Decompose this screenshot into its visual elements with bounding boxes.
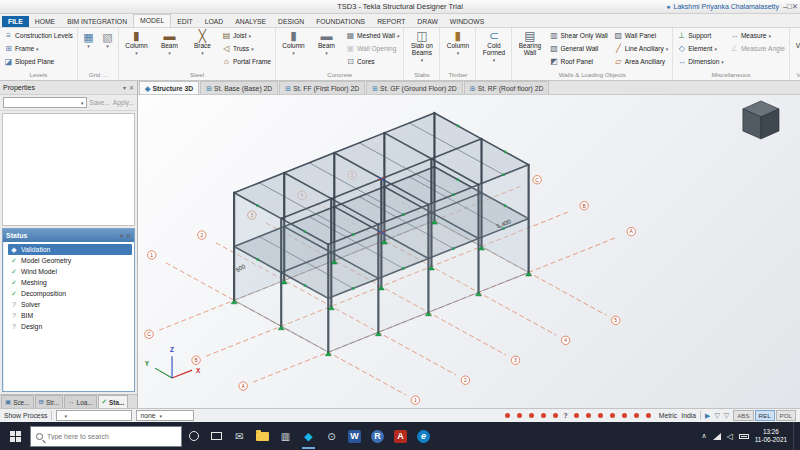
view-tab-structure-3d[interactable]: ◈Structure 3D (139, 81, 199, 94)
store-button[interactable]: ▥ (274, 422, 297, 450)
ribbon-tab-model[interactable]: MODEL (133, 14, 171, 27)
support-button[interactable]: ⊥Support (675, 29, 726, 42)
beam-button[interactable]: ▬Beam▾ (311, 29, 342, 56)
apply-button[interactable]: Apply... (113, 99, 134, 106)
ribbon-tab-load[interactable]: LOAD (199, 16, 230, 27)
panel-tab-loa[interactable]: →Loa... (64, 395, 97, 408)
ribbon-tab-file[interactable]: FILE (2, 16, 29, 27)
view-tab-st-base-base-2d[interactable]: ⊞St. Base (Base) 2D (200, 81, 278, 94)
save-button[interactable]: Save... (90, 99, 110, 106)
column-button[interactable]: ▮Column▾ (442, 29, 473, 56)
tray-expand-icon[interactable]: ∧ (702, 432, 707, 440)
filter-icon[interactable]: ▽ (724, 412, 729, 419)
chevron-down-icon[interactable]: ▾ (123, 85, 126, 91)
acrobat-button[interactable]: A (389, 422, 412, 450)
status-item-meshing[interactable]: ✓Meshing (8, 277, 132, 288)
search-input[interactable] (47, 433, 176, 440)
joist-button[interactable]: ▤Joist▾ (220, 29, 273, 42)
ribbon-tab-bim-integration[interactable]: BIM INTEGRATION (61, 16, 133, 27)
close-icon[interactable]: ✕ (126, 233, 131, 239)
shear-only-wall-button[interactable]: ▥Shear Only Wall (547, 29, 609, 42)
view-tab-st-ff-first-floor-2d[interactable]: ⊞St. FF (First Floor) 2D (279, 81, 365, 94)
general-wall-button[interactable]: ▧General Wall (547, 42, 609, 55)
element-button[interactable]: ◇Element▾ (675, 42, 726, 55)
network-icon[interactable] (713, 433, 721, 440)
view-cube[interactable] (743, 101, 779, 139)
status-window-header[interactable]: Status ▾✕ (3, 229, 134, 242)
status-item-wind-model[interactable]: ✓Wind Model (8, 266, 132, 277)
volume-icon[interactable]: ◁ (727, 432, 733, 441)
view-tab-st-gf-ground-floor-2d[interactable]: ⊞St. GF (Ground Floor) 2D (366, 81, 463, 94)
taskbar-search[interactable] (30, 426, 182, 447)
r-studio-button[interactable]: R (366, 422, 389, 450)
slab-on-beams-button[interactable]: ◫Slab on Beams▾ (406, 29, 437, 63)
dimension-button[interactable]: ↔Dimension▾ (675, 55, 726, 68)
grid-button[interactable]: ▦▾ (80, 29, 97, 49)
brace-button[interactable]: ╳Brace▾ (187, 29, 218, 56)
word-button[interactable]: W (343, 422, 366, 450)
cores-button[interactable]: ⊡Cores (344, 55, 401, 68)
ribbon-tab-draw[interactable]: DRAW (411, 16, 444, 27)
panel-tab-str[interactable]: ⊞Str... (35, 395, 64, 408)
line-ancillary-button[interactable]: ╱Line Ancillary▾ (612, 42, 670, 55)
help-button[interactable]: ? (562, 412, 570, 419)
coord-mode-pol[interactable]: POL (776, 410, 796, 421)
roof-panel-button[interactable]: ◩Roof Panel (547, 55, 609, 68)
cortana-button[interactable] (182, 422, 205, 450)
status-item-design[interactable]: ?Design (8, 321, 132, 332)
process-level-combo[interactable]: none (136, 410, 194, 421)
show-desktop-button[interactable] (793, 422, 798, 450)
frame-button[interactable]: ⊞Frame▾ (2, 42, 75, 55)
view-tab-st-rf-roof-floor-2d[interactable]: ⊞St. RF (Roof floor) 2D (464, 81, 550, 94)
truss-button[interactable]: ◁Truss▾ (220, 42, 273, 55)
close-button[interactable]: ✕ (792, 2, 798, 11)
dxf-button[interactable]: ▧▾ (99, 29, 116, 49)
ribbon-tab-report[interactable]: REPORT (371, 16, 411, 27)
meshed-wall-button[interactable]: ▦Meshed Wall▾ (344, 29, 401, 42)
chevron-down-icon[interactable]: ▾ (120, 233, 123, 239)
column-button[interactable]: ▮Column▾ (278, 29, 309, 56)
construction-levels-button[interactable]: ≡Construction Levels (2, 29, 75, 42)
ribbon-tab-design[interactable]: DESIGN (272, 16, 310, 27)
wall-panel-button[interactable]: ▨Wall Panel (612, 29, 670, 42)
taskbar-clock[interactable]: 13:26 11-06-2021 (755, 428, 787, 445)
portal-frame-button[interactable]: ⌂Portal Frame (220, 55, 273, 68)
process-filter-combo[interactable] (56, 410, 132, 421)
status-item-validation[interactable]: ◆Validation (8, 244, 132, 255)
properties-preset-combo[interactable] (3, 97, 87, 108)
status-item-bim[interactable]: ?BIM (8, 310, 132, 321)
ribbon-tab-foundations[interactable]: FOUNDATIONS (310, 16, 371, 27)
close-icon[interactable]: ✕ (129, 85, 134, 91)
model-scene[interactable]: 1122334455AABBCC5.400500XYZ (138, 95, 800, 408)
area-ancillary-button[interactable]: ▱Area Ancillary (612, 55, 670, 68)
filter-icon[interactable]: ▽ (714, 412, 719, 419)
start-button[interactable] (0, 422, 30, 450)
ribbon-tab-home[interactable]: HOME (29, 16, 61, 27)
model-viewport[interactable]: 1122334455AABBCC5.400500XYZ (138, 95, 800, 408)
ribbon-tab-windows[interactable]: WINDOWS (444, 16, 490, 27)
measure-button[interactable]: ↔Measure▾ (728, 29, 787, 42)
coord-mode-abs[interactable]: ABS (733, 410, 753, 421)
validate-button[interactable]: ✓Validate (792, 29, 800, 50)
edge-button[interactable]: e (412, 422, 435, 450)
panel-tab-sta[interactable]: ✓Sta... (98, 395, 129, 408)
mail-button[interactable]: ✉ (228, 422, 251, 450)
coord-mode-rel[interactable]: REL (755, 410, 775, 421)
panel-tab-sce[interactable]: ▣Sce... (1, 395, 34, 408)
ribbon-tab-edit[interactable]: EDIT (171, 16, 198, 27)
file-explorer-button[interactable] (251, 422, 274, 450)
status-item-solver[interactable]: ?Solver (8, 299, 132, 310)
column-button[interactable]: ▮Column▾ (121, 29, 152, 56)
sloped-plane-button[interactable]: ◪Sloped Plane (2, 55, 75, 68)
ribbon-tab-analyse[interactable]: ANALYSE (229, 16, 272, 27)
pointer-icon[interactable]: ▶ (705, 412, 710, 419)
cold-formed-button[interactable]: ⊂Cold Formed▾ (478, 29, 509, 63)
task-view-button[interactable] (205, 422, 228, 450)
user-chip[interactable]: ● Lakshmi Priyanka Chalamalasetty (666, 3, 779, 10)
status-item-model-geometry[interactable]: ✓Model Geometry (8, 255, 132, 266)
beam-button[interactable]: ▬Beam▾ (154, 29, 185, 56)
battery-icon[interactable] (739, 434, 749, 439)
tekla-button[interactable]: ◆ (297, 422, 320, 450)
status-item-decomposition[interactable]: ✓Decomposition (8, 288, 132, 299)
settings-button[interactable]: ⊙ (320, 422, 343, 450)
